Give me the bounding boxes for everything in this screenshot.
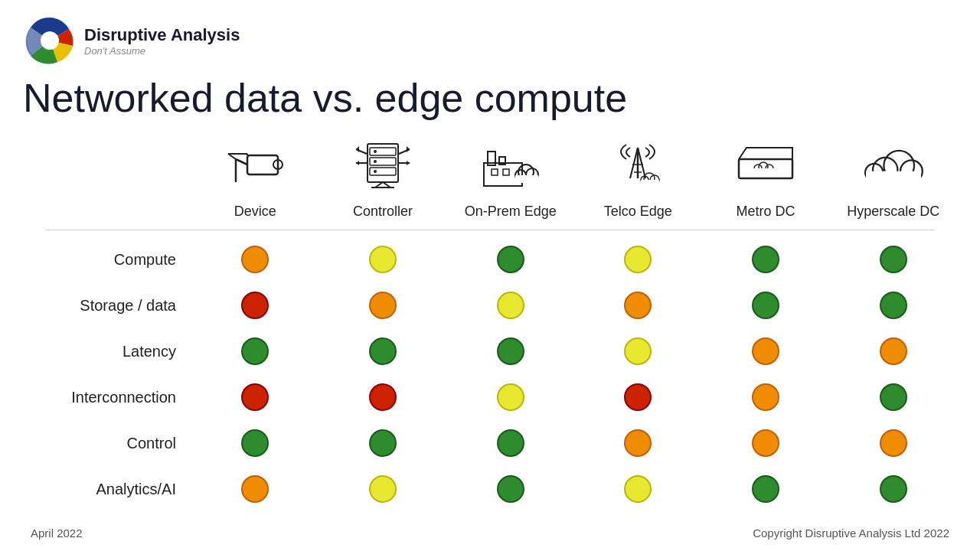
- dot-4-5: [880, 429, 907, 457]
- dot-cell-0-0: [191, 236, 319, 282]
- data-grid: ComputeStorage / dataLatencyInterconnect…: [23, 236, 957, 512]
- onprem-icon: [476, 129, 545, 197]
- dot-4-4: [752, 429, 779, 457]
- col-header-device: Device: [191, 129, 319, 223]
- dot-4-3: [624, 429, 652, 457]
- dot-cell-3-1: [319, 374, 447, 420]
- svg-line-4: [236, 159, 247, 165]
- dot-3-5: [880, 383, 907, 411]
- dot-cell-5-1: [319, 466, 447, 512]
- footer-left: April 2022: [31, 527, 83, 540]
- dot-cell-4-2: [446, 420, 574, 466]
- dot-cell-3-5: [829, 374, 957, 420]
- dot-cell-2-4: [702, 328, 830, 374]
- dot-cell-1-5: [829, 282, 957, 328]
- column-headers: Device: [23, 129, 957, 223]
- dot-cell-2-0: [191, 328, 319, 374]
- svg-line-25: [383, 182, 390, 187]
- footer-right: Copyright Disruptive Analysis Ltd 2022: [753, 527, 949, 540]
- dot-cell-5-0: [191, 466, 319, 512]
- logo-icon: [23, 14, 77, 67]
- dot-cell-4-5: [829, 420, 957, 466]
- dot-3-4: [752, 383, 779, 411]
- dot-2-0: [241, 337, 269, 365]
- row-label-4: Control: [23, 420, 191, 466]
- logo-title: Disruptive Analysis: [84, 25, 240, 45]
- svg-line-38: [638, 148, 645, 178]
- dot-cell-3-4: [702, 374, 830, 420]
- dot-2-1: [369, 337, 397, 365]
- row-label-2: Latency: [23, 328, 191, 374]
- svg-rect-9: [368, 144, 398, 182]
- dot-2-5: [880, 337, 907, 365]
- dot-cell-5-4: [702, 466, 830, 512]
- dot-cell-3-0: [191, 374, 319, 420]
- svg-point-1: [41, 31, 59, 50]
- col-header-metro: Metro DC: [702, 129, 830, 223]
- col-header-onprem: On-Prem Edge: [446, 129, 574, 223]
- dot-cell-4-3: [574, 420, 702, 466]
- dot-cell-1-1: [319, 282, 447, 328]
- dot-3-3: [624, 383, 652, 411]
- dot-5-4: [752, 475, 779, 503]
- dot-cell-3-3: [574, 374, 702, 420]
- dot-0-1: [369, 246, 397, 273]
- dot-4-0: [241, 429, 269, 457]
- dot-5-1: [369, 475, 397, 503]
- dot-4-2: [497, 429, 524, 457]
- svg-rect-31: [503, 169, 509, 175]
- dot-5-5: [880, 475, 907, 503]
- col-label-device: Device: [234, 204, 276, 223]
- dot-cell-2-2: [446, 328, 574, 374]
- dot-3-0: [241, 383, 269, 411]
- dot-1-2: [497, 292, 524, 319]
- dot-cell-5-5: [829, 466, 957, 512]
- divider: [46, 230, 934, 230]
- svg-marker-23: [407, 161, 410, 165]
- dot-5-3: [624, 475, 652, 503]
- main-content: Device: [0, 129, 980, 512]
- page-title: Networked data vs. edge compute: [0, 67, 980, 121]
- svg-point-14: [374, 160, 377, 163]
- dot-1-5: [880, 292, 907, 319]
- svg-line-6: [228, 154, 236, 159]
- dot-cell-2-3: [574, 328, 702, 374]
- col-label-telco: Telco Edge: [604, 204, 672, 223]
- dot-cell-0-1: [319, 236, 447, 282]
- dot-1-3: [624, 292, 652, 319]
- col-label-controller: Controller: [353, 204, 413, 223]
- dot-cell-4-1: [319, 420, 447, 466]
- col-label-hyperscale: Hyperscale DC: [847, 204, 939, 223]
- dot-cell-1-2: [446, 282, 574, 328]
- hyperscale-icon: [859, 129, 928, 197]
- dot-1-1: [369, 292, 397, 319]
- dot-cell-0-3: [574, 236, 702, 282]
- dot-cell-1-3: [574, 282, 702, 328]
- svg-marker-17: [356, 146, 359, 152]
- svg-marker-21: [407, 146, 410, 152]
- dot-cell-2-5: [829, 328, 957, 374]
- row-label-3: Interconnection: [23, 374, 191, 420]
- logo-text: Disruptive Analysis Don't Assume: [84, 25, 240, 57]
- dot-0-4: [752, 246, 779, 273]
- dot-cell-3-2: [446, 374, 574, 420]
- dot-3-1: [369, 383, 397, 411]
- svg-marker-19: [356, 161, 359, 165]
- dot-0-0: [241, 246, 269, 273]
- dot-0-2: [497, 246, 524, 273]
- header: Disruptive Analysis Don't Assume: [0, 0, 980, 67]
- dot-3-2: [497, 383, 524, 411]
- dot-cell-1-0: [191, 282, 319, 328]
- dot-5-0: [241, 475, 269, 503]
- svg-line-37: [630, 148, 638, 178]
- dot-1-4: [752, 292, 779, 319]
- dot-4-1: [369, 429, 397, 457]
- dot-2-4: [752, 337, 779, 365]
- svg-rect-30: [492, 169, 498, 175]
- dot-cell-0-5: [829, 236, 957, 282]
- svg-line-24: [375, 182, 383, 187]
- dot-1-0: [241, 292, 269, 319]
- col-header-telco: Telco Edge: [574, 129, 702, 223]
- col-header-controller: Controller: [319, 129, 447, 223]
- dot-cell-5-3: [574, 466, 702, 512]
